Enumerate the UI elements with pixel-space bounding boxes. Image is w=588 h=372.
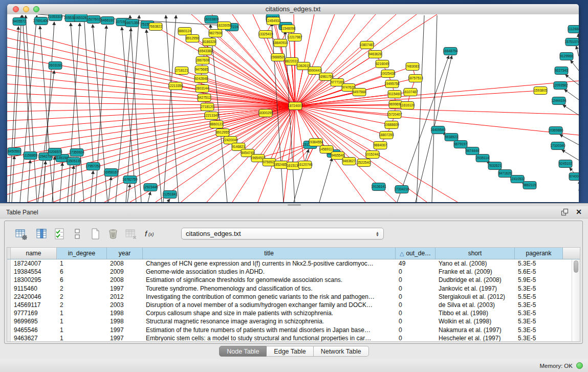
- graph-node[interactable]: 7632621: [488, 162, 502, 170]
- column-header-out_degree[interactable]: △out_de…: [396, 248, 435, 259]
- graph-node[interactable]: 5938923: [445, 134, 458, 141]
- tab-node-table[interactable]: Node Table: [219, 346, 267, 357]
- graph-node[interactable]: 8860124: [178, 28, 191, 35]
- graph-node[interactable]: 17100340: [550, 142, 565, 150]
- graph-node[interactable]: 18640910: [273, 39, 288, 47]
- graph-node[interactable]: 8471626: [498, 170, 512, 178]
- table-row[interactable]: 1830029562008Estimation of significance …: [7, 276, 580, 284]
- function-builder-icon[interactable]: f(x): [143, 227, 157, 240]
- graph-node[interactable]: 1527602: [87, 16, 100, 24]
- graph-node[interactable]: 10025438: [380, 70, 396, 78]
- table-row[interactable]: 946362711997Embryonic stem cells: a mode…: [7, 334, 580, 342]
- graph-node[interactable]: 16671358: [124, 19, 140, 27]
- window-titlebar[interactable]: citations_edges.txt: [7, 4, 579, 15]
- graph-node[interactable]: 18226058: [216, 22, 232, 30]
- graph-node[interactable]: 16782759: [122, 176, 138, 184]
- graph-node[interactable]: 9129966: [560, 53, 573, 60]
- column-header-year[interactable]: year: [107, 248, 143, 259]
- graph-node[interactable]: 11126842: [568, 26, 579, 33]
- graph-node[interactable]: 8990443: [308, 67, 321, 75]
- graph-node[interactable]: 11616120: [400, 102, 415, 110]
- graph-node[interactable]: 13505135: [66, 158, 81, 165]
- graph-node[interactable]: 11548098: [281, 25, 296, 33]
- graph-node[interactable]: 9474444: [466, 147, 479, 155]
- table-mode-icon[interactable]: [14, 227, 28, 240]
- close-panel-icon[interactable]: ✕: [576, 208, 582, 216]
- table-row[interactable]: 969969511998Structural magnetic resonanc…: [7, 317, 580, 325]
- graph-node[interactable]: 7663822: [149, 23, 162, 31]
- column-header-pagerank[interactable]: pagerank: [515, 248, 563, 259]
- graph-node[interactable]: 21251841: [162, 191, 178, 199]
- graph-node[interactable]: 12213350: [168, 82, 183, 90]
- graph-node[interactable]: 16107487: [403, 89, 418, 96]
- graph-node[interactable]: 16409540: [430, 126, 446, 134]
- tab-network-table[interactable]: Network Table: [314, 346, 369, 357]
- graph-node[interactable]: 9475685: [195, 66, 208, 74]
- graph-node[interactable]: 15720407: [387, 111, 402, 119]
- graph-node[interactable]: 9227343: [555, 67, 568, 75]
- graph-node[interactable]: 9827508: [209, 30, 222, 37]
- graph-node[interactable]: 9463627: [342, 158, 356, 165]
- graph-node[interactable]: 8860123: [210, 121, 223, 128]
- graph-node[interactable]: 18724007: [288, 102, 303, 110]
- graph-node[interactable]: 16958167: [103, 169, 119, 177]
- graph-node[interactable]: 13325419: [258, 31, 273, 38]
- row-selection-icon[interactable]: [52, 227, 66, 240]
- graph-node[interactable]: 12454933: [266, 17, 281, 25]
- graph-node[interactable]: 12217987: [287, 34, 302, 41]
- table-row[interactable]: 1872400712008Changes of HCN gene express…: [7, 259, 580, 268]
- graph-node[interactable]: 16120746: [297, 161, 313, 169]
- float-panel-icon[interactable]: [561, 208, 569, 216]
- graph-node[interactable]: 15688520: [270, 54, 286, 61]
- table-row[interactable]: 911546021997Tourette syndrome. Phenomeno…: [7, 285, 580, 293]
- graph-node[interactable]: 12923446: [143, 184, 158, 191]
- column-header-short[interactable]: short: [435, 248, 515, 259]
- scrollbar-thumb[interactable]: [574, 260, 578, 273]
- network-table-select[interactable]: citations_edges.txt▲▼: [181, 228, 384, 239]
- graph-node[interactable]: 12444194: [551, 97, 567, 105]
- graph-node[interactable]: 17359924: [69, 149, 84, 157]
- network-canvas[interactable]: 9405572276914062105331920553467106532871…: [7, 14, 579, 202]
- table-row[interactable]: 946554611997Estimation of the future num…: [7, 326, 580, 334]
- graph-node[interactable]: 21053319: [48, 14, 63, 21]
- column-header-in_degree[interactable]: in_degree: [57, 248, 107, 259]
- graph-node[interactable]: 19495758: [384, 80, 400, 88]
- graph-node[interactable]: 9245102: [559, 160, 572, 168]
- graph-node[interactable]: 20206576: [47, 148, 62, 156]
- graph-node[interactable]: 10152442: [365, 151, 380, 159]
- graph-node[interactable]: 6216049: [376, 60, 389, 68]
- graph-node[interactable]: 10369886: [548, 127, 563, 135]
- graph-node[interactable]: 10688609: [384, 121, 399, 129]
- graph-node[interactable]: 12410532: [510, 176, 525, 183]
- graph-node[interactable]: 11156869: [23, 152, 38, 160]
- graph-node[interactable]: 8186328: [203, 38, 216, 46]
- column-visibility-icon[interactable]: [34, 227, 48, 240]
- column-header-title[interactable]: title: [143, 248, 396, 259]
- graph-node[interactable]: 18807293: [379, 132, 394, 139]
- graph-node[interactable]: 9115460: [388, 91, 401, 98]
- graph-node[interactable]: 12093582: [553, 82, 568, 90]
- graph-node[interactable]: 17334216: [394, 186, 409, 193]
- graph-node[interactable]: 17957252: [85, 163, 101, 170]
- graph-node[interactable]: 6466160: [101, 17, 114, 25]
- table-row[interactable]: 1456911722003Disruption of a novel membe…: [7, 301, 580, 309]
- create-column-icon[interactable]: [88, 227, 102, 240]
- delete-column-icon[interactable]: [106, 227, 120, 240]
- graph-node[interactable]: 2522540: [357, 159, 371, 167]
- graph-node[interactable]: 19136141: [371, 183, 386, 191]
- table-row[interactable]: 1938455462009Genome-wide association stu…: [7, 268, 580, 276]
- graph-node[interactable]: 2603160: [49, 62, 62, 70]
- graph-node[interactable]: 10653287: [73, 14, 89, 22]
- graph-node[interactable]: 2867608: [196, 57, 209, 64]
- graph-node[interactable]: 2718120: [201, 103, 214, 111]
- vertical-scrollbar[interactable]: [572, 259, 580, 341]
- graph-node[interactable]: 18300295: [258, 110, 273, 117]
- graph-node[interactable]: 15751074: [564, 38, 579, 46]
- graph-node[interactable]: 8450561: [8, 148, 21, 156]
- graph-node[interactable]: 2803144: [195, 85, 209, 93]
- graph-node[interactable]: 12213349: [204, 112, 219, 120]
- column-header-name[interactable]: name: [11, 248, 57, 259]
- graph-node[interactable]: 2935114: [476, 155, 489, 162]
- graph-node[interactable]: 8912956: [186, 35, 199, 42]
- row-height-icon[interactable]: [70, 227, 84, 240]
